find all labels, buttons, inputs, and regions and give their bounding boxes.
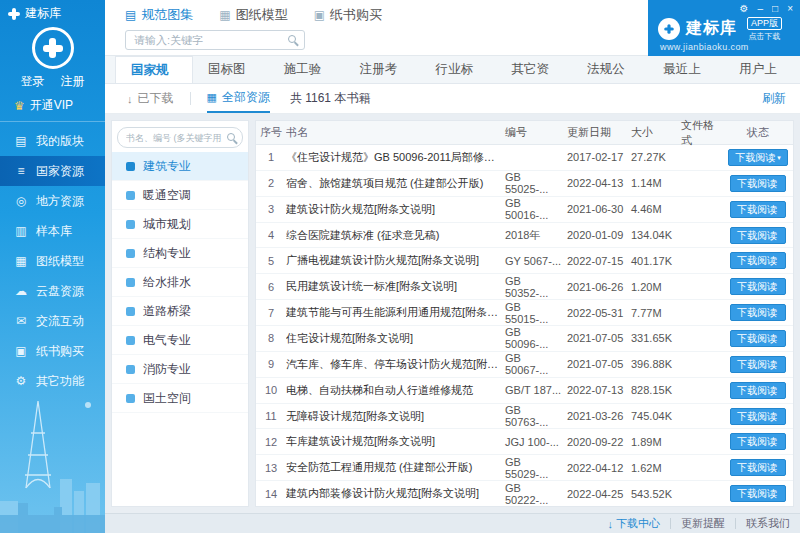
- nav-tab[interactable]: 国标图集: [193, 56, 269, 83]
- nav-tab[interactable]: 注册考试: [345, 56, 421, 83]
- download-read-button[interactable]: 下载阅读: [730, 485, 786, 502]
- sidebar-item[interactable]: ☁ 云盘资源: [0, 276, 105, 306]
- category-item[interactable]: 给水排水: [112, 268, 248, 297]
- category-item[interactable]: 城市规划: [112, 210, 248, 239]
- book-title: 汽车库、修车库、停车场设计防火规范[附条文说明]: [286, 357, 505, 372]
- app-logo-icon: [8, 8, 20, 20]
- top-tab[interactable]: ▤ 规范图集: [125, 6, 193, 24]
- vip-button[interactable]: ♛ 开通VIP: [0, 90, 105, 122]
- nav-tab[interactable]: 施工验收: [269, 56, 345, 83]
- book-title: 建筑设计防火规范[附条文说明]: [286, 202, 505, 217]
- table-row[interactable]: 3 建筑设计防火规范[附条文说明] GB 50016-... 2021-06-3…: [256, 197, 793, 223]
- update-date: 2022-04-25: [567, 488, 631, 500]
- toolbar-divider: [190, 92, 191, 105]
- settings-icon[interactable]: ⚙: [740, 3, 749, 15]
- table-row[interactable]: 12 车库建筑设计规范[附条文说明] JGJ 100-... 2020-09-2…: [256, 429, 793, 455]
- status-cell: 下载阅读 ▾: [723, 149, 793, 166]
- download-read-button[interactable]: 下载阅读: [730, 252, 786, 269]
- app-badge-label[interactable]: APP版: [747, 17, 782, 30]
- download-read-label: 下载阅读: [737, 486, 777, 501]
- table-row[interactable]: 2 宿舍、旅馆建筑项目规范 (住建部公开版) GB 55025-... 2022…: [256, 171, 793, 197]
- nav-tab[interactable]: 行业标准: [421, 56, 497, 83]
- download-read-button[interactable]: 下载阅读: [730, 201, 786, 218]
- row-index: 6: [256, 281, 286, 293]
- table-row[interactable]: 4 综合医院建筑标准 (征求意见稿) 2018年 2020-01-09 134.…: [256, 223, 793, 249]
- file-size: 828.15K: [631, 384, 681, 396]
- category-search: [117, 127, 243, 148]
- table-row[interactable]: 7 建筑节能与可再生能源利用通用规范[附条文说明] GB 55015-... 2…: [256, 300, 793, 326]
- nav-tab[interactable]: 用户上传: [724, 56, 800, 83]
- sidebar-item[interactable]: ✉ 交流互动: [0, 306, 105, 336]
- downloaded-tab[interactable]: ↓ 已下载: [127, 84, 174, 113]
- minimize-icon[interactable]: –: [758, 3, 764, 15]
- file-size: 7.77M: [631, 307, 681, 319]
- download-read-button[interactable]: 下载阅读: [730, 227, 786, 244]
- book-code: GY 5067-...: [505, 255, 567, 267]
- nav-tab[interactable]: 国家规范: [115, 56, 193, 83]
- table-row[interactable]: 13 安全防范工程通用规范 (住建部公开版) GB 55029-... 2022…: [256, 455, 793, 481]
- download-center-link[interactable]: ↓ 下载中心: [608, 516, 661, 531]
- category-label: 给水排水: [143, 274, 191, 291]
- category-label: 城市规划: [143, 216, 191, 233]
- table-row[interactable]: 14 建筑内部装修设计防火规范[附条文说明] GB 50222-... 2022…: [256, 481, 793, 506]
- table-row[interactable]: 1 《住宅设计规范》GB 50096-2011局部修订条文及说... 2017-…: [256, 145, 793, 171]
- top-tab[interactable]: ▦ 图纸模型: [219, 6, 287, 24]
- maximize-icon[interactable]: □: [772, 3, 778, 15]
- download-read-button[interactable]: 下载阅读: [730, 330, 786, 347]
- other-functions-icon: ⚙: [14, 374, 28, 388]
- sidebar-item[interactable]: ▣ 纸书购买: [0, 336, 105, 366]
- login-link[interactable]: 登录: [21, 73, 45, 90]
- download-read-button[interactable]: 下载阅读: [730, 408, 786, 425]
- download-read-button[interactable]: 下载阅读: [730, 382, 786, 399]
- category-item[interactable]: 消防专业: [112, 355, 248, 384]
- download-read-button[interactable]: 下载阅读 ▾: [728, 149, 788, 166]
- brand-logo-icon: [658, 18, 680, 40]
- category-item[interactable]: 电气专业: [112, 326, 248, 355]
- sidebar-item[interactable]: ▥ 样本库: [0, 216, 105, 246]
- book-title: 广播电视建筑设计防火规范[附条文说明]: [286, 253, 505, 268]
- category-item[interactable]: 道路桥梁: [112, 297, 248, 326]
- category-item[interactable]: 建筑专业: [112, 152, 248, 181]
- table-row[interactable]: 10 电梯、自动扶梯和自动人行道维修规范 GB/T 187... 2022-07…: [256, 378, 793, 404]
- brand-emblem-logo: [32, 27, 74, 69]
- status-cell: 下载阅读: [723, 227, 793, 244]
- download-read-button[interactable]: 下载阅读: [730, 459, 786, 476]
- refresh-button[interactable]: 刷新: [762, 90, 786, 107]
- window-controls: ⚙–□×: [648, 0, 800, 15]
- keyword-search-input[interactable]: [125, 30, 305, 50]
- download-read-button[interactable]: 下载阅读: [730, 278, 786, 295]
- update-date: 2022-04-12: [567, 462, 631, 474]
- category-bullet-icon: [126, 191, 135, 200]
- sidebar-item[interactable]: ◎ 地方资源: [0, 186, 105, 216]
- sidebar-item[interactable]: ▦ 图纸模型: [0, 246, 105, 276]
- table-row[interactable]: 9 汽车库、修车库、停车场设计防火规范[附条文说明] GB 50067-... …: [256, 352, 793, 378]
- download-read-button[interactable]: 下载阅读: [730, 356, 786, 373]
- sidebar-item[interactable]: ⚙ 其它功能: [0, 366, 105, 396]
- register-link[interactable]: 注册: [61, 73, 85, 90]
- category-item[interactable]: 结构专业: [112, 239, 248, 268]
- download-read-button[interactable]: 下载阅读: [730, 433, 786, 450]
- category-item[interactable]: 国土空间: [112, 384, 248, 413]
- contact-us-link[interactable]: 联系我们: [746, 516, 790, 531]
- table-row[interactable]: 5 广播电视建筑设计防火规范[附条文说明] GY 5067-... 2022-0…: [256, 248, 793, 274]
- app-download-badge[interactable]: APP版 点击下载: [747, 15, 782, 42]
- nav-tab[interactable]: 其它资源: [496, 56, 572, 83]
- book-search-input[interactable]: [117, 127, 243, 148]
- download-read-button[interactable]: 下载阅读: [730, 304, 786, 321]
- table-row[interactable]: 6 民用建筑设计统一标准[附条文说明] GB 50352-... 2021-06…: [256, 274, 793, 300]
- nav-tab[interactable]: 法规公告: [572, 56, 648, 83]
- status-cell: 下载阅读: [723, 304, 793, 321]
- close-icon[interactable]: ×: [787, 3, 793, 15]
- file-size: 1.62M: [631, 462, 681, 474]
- nav-tab[interactable]: 最近上传: [648, 56, 724, 83]
- table-row[interactable]: 8 住宅设计规范[附条文说明] GB 50096-... 2021-07-05 …: [256, 326, 793, 352]
- sidebar-item[interactable]: ▤ 我的版块: [0, 126, 105, 156]
- category-item[interactable]: 暖通空调: [112, 181, 248, 210]
- all-resources-tab[interactable]: ▦ 全部资源: [207, 84, 270, 113]
- top-tab[interactable]: ▣ 纸书购买: [314, 6, 382, 24]
- download-read-button[interactable]: 下载阅读: [730, 175, 786, 192]
- update-reminder-link[interactable]: 更新提醒: [681, 516, 725, 531]
- table-row[interactable]: 11 无障碍设计规范[附条文说明] GB 50763-... 2021-03-2…: [256, 404, 793, 430]
- sidebar-item-label: 我的版块: [36, 133, 84, 150]
- sidebar-item[interactable]: ≡ 国家资源: [0, 156, 105, 186]
